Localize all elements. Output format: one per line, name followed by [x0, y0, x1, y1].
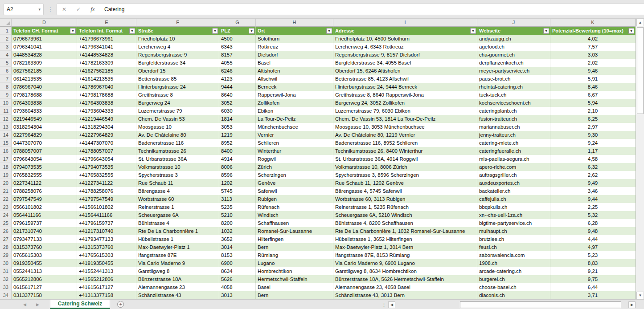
cell[interactable]: 0782163309 [12, 59, 77, 67]
row-header-8[interactable]: 8 [0, 83, 12, 91]
cell[interactable]: 1219 [219, 131, 256, 139]
cell[interactable]: Ifangstrasse 87E [136, 251, 219, 259]
cell[interactable]: 0227341122 [12, 179, 77, 187]
cell[interactable]: Technikumstrasse 26, 8400 Winterthur [333, 147, 477, 155]
vertical-scrollbar-thumb[interactable] [637, 27, 644, 114]
cell[interactable]: 0627562185 [12, 67, 77, 75]
row-header-23[interactable]: 23 [0, 203, 12, 211]
cell[interactable]: 6,44 [550, 283, 636, 291]
cell[interactable]: rheintal-catering.ch [477, 83, 550, 91]
cell[interactable]: mariannabuser.ch [477, 123, 550, 131]
cell[interactable]: 0615617127 [12, 283, 77, 291]
table-header-cell[interactable]: Straße▾ [136, 27, 219, 35]
cell[interactable]: 0786967040 [12, 83, 77, 91]
accept-icon[interactable]: ✓ [71, 6, 86, 12]
cell[interactable]: Luzernerstrasse 79, 6030 Ebikon [333, 107, 477, 115]
row-header-20[interactable]: 20 [0, 179, 12, 187]
formula-input[interactable]: Catering [104, 6, 644, 12]
cell[interactable]: +41318294304 [77, 123, 136, 131]
cell[interactable]: 5,91 [550, 75, 636, 83]
row-header-24[interactable]: 24 [0, 211, 12, 219]
row-header-25[interactable]: 25 [0, 219, 12, 227]
cell[interactable]: 2,10 [550, 107, 636, 115]
cell[interactable]: 0614213535 [12, 75, 77, 83]
name-box-dropdown-icon[interactable]: ▾ [38, 7, 41, 12]
scroll-down-icon[interactable]: ▼ [636, 292, 644, 299]
cell[interactable]: Burgfelderstrasse 34 [136, 59, 219, 67]
cell[interactable]: Worbstrasse 60, 3113 Rubigen [333, 195, 477, 203]
row-header-27[interactable]: 27 [0, 235, 12, 243]
cell[interactable]: Ebikon [256, 107, 333, 115]
row-header-16[interactable]: 16 [0, 147, 12, 155]
cell[interactable]: catering-miete.ch [477, 139, 550, 147]
cell[interactable]: Alemannengasse 23 [136, 283, 219, 291]
sheet-tab-catering-schweiz[interactable]: Catering Schweiz [50, 300, 110, 309]
row-header-17[interactable]: 17 [0, 155, 12, 163]
cell[interactable]: 5,32 [550, 211, 636, 219]
cell[interactable]: 9,44 [550, 195, 636, 203]
cell[interactable]: +41919350455 [77, 259, 136, 267]
cell[interactable]: Rubigen [256, 195, 333, 203]
cell[interactable]: 5745 [219, 187, 256, 195]
cell[interactable]: kochserviceschoeni.ch [477, 99, 550, 107]
column-header-H[interactable]: H [256, 19, 333, 27]
cell[interactable]: 9,49 [550, 179, 636, 187]
vertical-scrollbar[interactable]: ▲ ▼ [636, 19, 644, 299]
table-header-cell[interactable]: Adresse▾ [333, 27, 477, 35]
cell[interactable]: 0315373760 [12, 243, 77, 251]
cell[interactable]: 0447307070 [12, 139, 77, 147]
cell[interactable]: Rte De La Charbonnière 1 [136, 227, 219, 235]
cell[interactable]: 6,32 [550, 163, 636, 171]
cell[interactable]: 6,25 [550, 115, 636, 123]
cell[interactable]: Moosgasse 10 [136, 123, 219, 131]
row-header-21[interactable]: 21 [0, 187, 12, 195]
cancel-icon[interactable]: ✕ [57, 6, 71, 12]
cell[interactable]: 8634 [219, 267, 256, 275]
cell[interactable]: Hilterfingen [256, 235, 333, 243]
row-header-30[interactable]: 30 [0, 259, 12, 267]
column-header-J[interactable]: J [477, 19, 550, 27]
cell[interactable]: 5,94 [550, 99, 636, 107]
row-header-18[interactable]: 18 [0, 163, 12, 171]
cell[interactable]: Alemannengasse 23, 4058 Basel [333, 283, 477, 291]
row-header-28[interactable]: 28 [0, 243, 12, 251]
next-sheet-icon[interactable]: ▶ [36, 302, 39, 307]
cell[interactable]: 9,21 [550, 267, 636, 275]
cell[interactable]: Schaffhausen [256, 219, 333, 227]
cell[interactable]: 4123 [219, 75, 256, 83]
cell[interactable]: 0794073535 [12, 163, 77, 171]
cell[interactable]: Scherzingen [256, 171, 333, 179]
row-header-3[interactable]: 3 [0, 43, 12, 51]
cell[interactable]: +41797547549 [77, 195, 136, 203]
cell[interactable]: tuck-tuck.ch [477, 91, 550, 99]
column-header-D[interactable]: D [12, 19, 77, 27]
row-header-12[interactable]: 12 [0, 115, 12, 123]
cell[interactable]: Bern [256, 243, 333, 251]
cell[interactable]: Lerchenweg 4 [136, 43, 219, 51]
cell[interactable]: Friedhofplatz 10 [136, 35, 219, 43]
cell[interactable]: 0552441313 [12, 267, 77, 275]
cell[interactable]: Safenwil [256, 187, 333, 195]
cell[interactable]: Bärengasse 4 [136, 187, 219, 195]
cell[interactable]: andyzaugg.ch [477, 35, 550, 43]
cell[interactable]: Av. De Châtelaine 80, 1219 Vernier [333, 131, 477, 139]
cell[interactable]: feusi.ch [477, 243, 550, 251]
cell[interactable]: mis-paellas-segura.ch [477, 155, 550, 163]
cell[interactable]: bbqskulls.ch [477, 203, 550, 211]
cell[interactable]: 4,58 [550, 155, 636, 163]
cell[interactable]: caffejulia.ch [477, 195, 550, 203]
cell[interactable]: xn--chs-ueli-1za.ch [477, 211, 550, 219]
filter-button[interactable]: ▾ [70, 28, 76, 34]
row-header-5[interactable]: 5 [0, 59, 12, 67]
column-header-K[interactable]: K [550, 19, 636, 27]
cell[interactable]: Rte De La Charbonnière 1, 1032 Romanel-S… [333, 227, 477, 235]
cell[interactable]: cateringplanb.ch [477, 107, 550, 115]
cell[interactable]: +41566101802 [77, 203, 136, 211]
cell[interactable]: Hinterburgstrasse 24 [136, 83, 219, 91]
cell[interactable]: 8,46 [550, 83, 636, 91]
cell[interactable]: Schänzlistrasse 43, 3013 Bern [333, 291, 477, 299]
cell[interactable]: 0798178688 [12, 91, 77, 99]
cell[interactable]: cateringfueralle.ch [477, 147, 550, 155]
cell[interactable]: Rümlang [256, 251, 333, 259]
cell[interactable]: saboravalencia.com [477, 251, 550, 259]
